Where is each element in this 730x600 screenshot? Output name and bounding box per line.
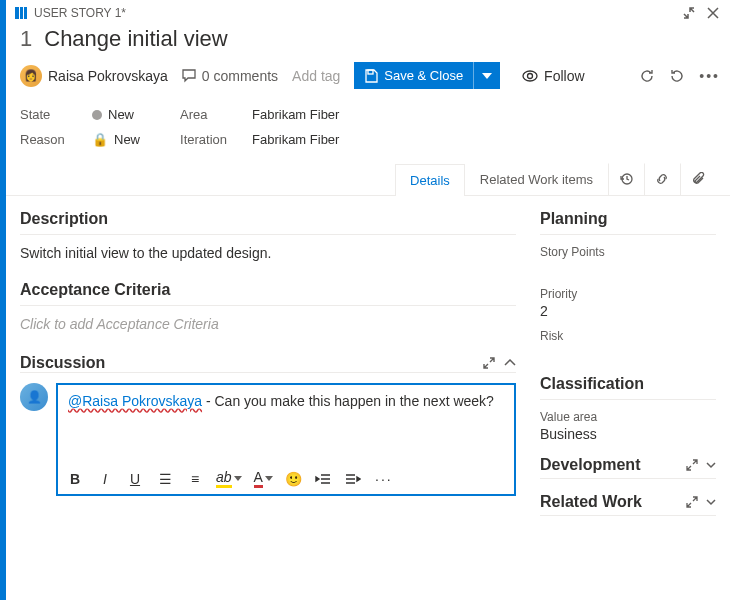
- state-label: State: [20, 107, 76, 122]
- tab-links[interactable]: [644, 163, 680, 195]
- assignee-name: Raisa Pokrovskaya: [48, 68, 168, 84]
- divider: [20, 372, 516, 373]
- svg-rect-2: [24, 7, 27, 19]
- bullet-list-button[interactable]: ☰: [156, 471, 174, 487]
- bold-button[interactable]: B: [66, 471, 84, 487]
- reason-field[interactable]: 🔒New: [92, 132, 140, 147]
- description-heading: Description: [20, 210, 516, 228]
- current-user-avatar: 👤: [20, 383, 48, 411]
- divider: [20, 305, 516, 306]
- tab-attachments[interactable]: [680, 163, 716, 195]
- editor-toolbar: B I U ☰ ≡ ab A 🙂: [58, 463, 514, 494]
- risk-label: Risk: [540, 329, 716, 343]
- follow-button[interactable]: Follow: [522, 68, 584, 84]
- collapse-icon[interactable]: [504, 359, 516, 367]
- expand-icon[interactable]: [482, 356, 496, 370]
- comments-count: 0 comments: [202, 68, 278, 84]
- underline-button[interactable]: U: [126, 471, 144, 487]
- divider: [540, 515, 716, 516]
- numbered-list-button[interactable]: ≡: [186, 471, 204, 487]
- svg-point-4: [523, 71, 537, 81]
- follow-label: Follow: [544, 68, 584, 84]
- svg-rect-1: [20, 7, 23, 19]
- divider: [540, 234, 716, 235]
- value-area-field[interactable]: Business: [540, 426, 716, 442]
- font-color-button[interactable]: A: [254, 469, 273, 488]
- chevron-down-icon[interactable]: [706, 499, 716, 506]
- comments-button[interactable]: 0 comments: [182, 68, 278, 84]
- story-points-label: Story Points: [540, 245, 716, 259]
- discussion-editor[interactable]: @Raisa Pokrovskaya - Can you make this h…: [58, 385, 514, 463]
- expand-icon[interactable]: [686, 459, 698, 471]
- lock-icon: 🔒: [92, 132, 108, 147]
- work-item-title[interactable]: Change initial view: [44, 26, 227, 52]
- risk-field[interactable]: [540, 345, 716, 361]
- classification-heading: Classification: [540, 375, 716, 393]
- story-points-field[interactable]: [540, 261, 716, 277]
- revert-icon[interactable]: [669, 68, 685, 84]
- tab-details[interactable]: Details: [395, 164, 465, 196]
- mention-link[interactable]: @Raisa Pokrovskaya: [68, 393, 202, 409]
- description-field[interactable]: Switch initial view to the updated desig…: [20, 245, 516, 261]
- save-label: Save & Close: [384, 68, 463, 83]
- close-icon[interactable]: [706, 6, 720, 20]
- priority-label: Priority: [540, 287, 716, 301]
- tab-history[interactable]: [608, 163, 644, 195]
- area-label: Area: [180, 107, 236, 122]
- work-item-type-icon: [14, 6, 28, 20]
- emoji-button[interactable]: 🙂: [285, 471, 303, 487]
- svg-point-5: [528, 73, 533, 78]
- divider: [540, 399, 716, 400]
- chevron-down-icon[interactable]: [706, 462, 716, 469]
- planning-heading: Planning: [540, 210, 716, 228]
- indent-button[interactable]: [345, 473, 363, 485]
- save-and-close-button[interactable]: Save & Close: [354, 62, 473, 89]
- expand-icon[interactable]: [686, 496, 698, 508]
- discussion-text: - Can you make this happen in the next w…: [202, 393, 494, 409]
- more-actions-icon[interactable]: •••: [699, 68, 720, 84]
- iteration-field[interactable]: Fabrikam Fiber: [252, 132, 339, 147]
- divider: [540, 478, 716, 479]
- outdent-button[interactable]: [315, 473, 333, 485]
- svg-rect-0: [15, 7, 19, 19]
- add-tag-button[interactable]: Add tag: [292, 68, 340, 84]
- avatar: 👩: [20, 65, 42, 87]
- iteration-label: Iteration: [180, 132, 236, 147]
- highlight-button[interactable]: ab: [216, 469, 242, 488]
- restore-window-icon[interactable]: [682, 6, 696, 20]
- italic-button[interactable]: I: [96, 471, 114, 487]
- work-item-id: 1: [20, 26, 32, 52]
- acceptance-criteria-field[interactable]: Click to add Acceptance Criteria: [20, 316, 516, 332]
- svg-rect-3: [368, 70, 373, 74]
- area-field[interactable]: Fabrikam Fiber: [252, 107, 339, 122]
- tab-related-work-items[interactable]: Related Work items: [465, 163, 608, 195]
- discussion-heading: Discussion: [20, 354, 105, 372]
- save-dropdown-button[interactable]: [473, 62, 500, 89]
- development-heading: Development: [540, 456, 640, 474]
- work-item-type-label: USER STORY 1*: [34, 6, 676, 20]
- reason-label: Reason: [20, 132, 76, 147]
- value-area-label: Value area: [540, 410, 716, 424]
- related-work-heading: Related Work: [540, 493, 642, 511]
- state-dot-icon: [92, 110, 102, 120]
- divider: [20, 234, 516, 235]
- acceptance-criteria-heading: Acceptance Criteria: [20, 281, 516, 299]
- refresh-icon[interactable]: [639, 68, 655, 84]
- state-field[interactable]: New: [92, 107, 134, 122]
- assignee-picker[interactable]: 👩 Raisa Pokrovskaya: [20, 65, 168, 87]
- more-formatting-button[interactable]: ···: [375, 471, 393, 487]
- priority-field[interactable]: 2: [540, 303, 716, 319]
